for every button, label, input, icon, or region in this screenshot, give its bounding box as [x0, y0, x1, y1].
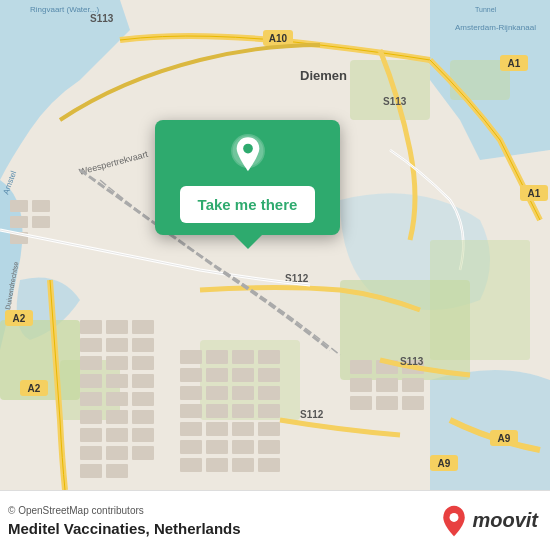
svg-rect-59	[206, 440, 228, 454]
svg-rect-35	[132, 446, 154, 460]
copyright-text: © OpenStreetMap contributors	[8, 505, 241, 516]
svg-rect-31	[106, 428, 128, 442]
svg-rect-40	[232, 350, 254, 364]
svg-rect-3	[350, 60, 430, 120]
svg-rect-32	[132, 428, 154, 442]
svg-rect-101	[430, 240, 530, 360]
svg-text:A1: A1	[508, 58, 521, 69]
location-pin-icon	[227, 134, 269, 176]
svg-rect-49	[258, 386, 280, 400]
svg-rect-73	[376, 396, 398, 410]
svg-rect-56	[232, 422, 254, 436]
svg-rect-20	[132, 356, 154, 370]
svg-rect-57	[258, 422, 280, 436]
svg-text:Diemen: Diemen	[300, 68, 347, 83]
svg-rect-36	[80, 464, 102, 478]
svg-text:Tunnel: Tunnel	[475, 6, 497, 13]
svg-rect-12	[80, 320, 102, 334]
svg-rect-26	[132, 392, 154, 406]
svg-rect-38	[180, 350, 202, 364]
svg-rect-14	[132, 320, 154, 334]
svg-rect-24	[80, 392, 102, 406]
svg-text:A9: A9	[498, 433, 511, 444]
svg-rect-22	[106, 374, 128, 388]
svg-text:Amsterdam-Rijnkanaal: Amsterdam-Rijnkanaal	[455, 23, 536, 32]
svg-point-105	[450, 512, 459, 521]
svg-rect-33	[80, 446, 102, 460]
moovit-logo: moovit	[440, 504, 538, 538]
svg-rect-53	[258, 404, 280, 418]
svg-rect-69	[350, 378, 372, 392]
svg-rect-19	[106, 356, 128, 370]
svg-text:Ringvaart (Water...): Ringvaart (Water...)	[30, 5, 99, 14]
svg-point-104	[243, 144, 253, 154]
svg-rect-62	[180, 458, 202, 472]
svg-rect-55	[206, 422, 228, 436]
svg-text:S113: S113	[90, 13, 114, 24]
svg-rect-17	[132, 338, 154, 352]
svg-rect-8	[32, 200, 50, 212]
svg-rect-66	[350, 360, 372, 374]
location-title: Meditel Vaccinaties, Netherlands	[8, 520, 241, 537]
moovit-brand-text: moovit	[472, 509, 538, 532]
svg-rect-42	[180, 368, 202, 382]
svg-rect-63	[206, 458, 228, 472]
svg-rect-41	[258, 350, 280, 364]
svg-rect-46	[180, 386, 202, 400]
svg-rect-25	[106, 392, 128, 406]
location-popup: Take me there	[155, 120, 340, 235]
svg-rect-23	[132, 374, 154, 388]
svg-text:A9: A9	[438, 458, 451, 469]
svg-rect-30	[80, 428, 102, 442]
svg-text:S113: S113	[383, 96, 407, 107]
svg-text:S112: S112	[300, 409, 324, 420]
svg-rect-18	[80, 356, 102, 370]
svg-rect-61	[258, 440, 280, 454]
footer-info: © OpenStreetMap contributors Meditel Vac…	[8, 505, 241, 537]
svg-rect-74	[402, 396, 424, 410]
svg-rect-16	[106, 338, 128, 352]
svg-rect-52	[232, 404, 254, 418]
svg-rect-72	[350, 396, 372, 410]
svg-rect-29	[132, 410, 154, 424]
svg-rect-15	[80, 338, 102, 352]
svg-rect-10	[32, 216, 50, 228]
svg-rect-64	[232, 458, 254, 472]
svg-rect-37	[106, 464, 128, 478]
svg-rect-71	[402, 378, 424, 392]
svg-rect-45	[258, 368, 280, 382]
svg-rect-58	[180, 440, 202, 454]
svg-rect-48	[232, 386, 254, 400]
svg-rect-65	[258, 458, 280, 472]
svg-text:A2: A2	[28, 383, 41, 394]
svg-text:A10: A10	[269, 33, 288, 44]
svg-text:A1: A1	[528, 188, 541, 199]
svg-rect-13	[106, 320, 128, 334]
svg-rect-21	[80, 374, 102, 388]
svg-text:S113: S113	[400, 356, 424, 367]
svg-text:A2: A2	[13, 313, 26, 324]
take-me-there-button[interactable]: Take me there	[180, 186, 316, 223]
moovit-pin-icon	[440, 504, 468, 538]
svg-rect-44	[232, 368, 254, 382]
svg-rect-39	[206, 350, 228, 364]
map-container: S112 S113 S113 S112 S113 Weespertrekvaar…	[0, 0, 550, 490]
svg-rect-9	[10, 216, 28, 228]
svg-rect-50	[180, 404, 202, 418]
footer: © OpenStreetMap contributors Meditel Vac…	[0, 490, 550, 550]
svg-rect-34	[106, 446, 128, 460]
svg-rect-54	[180, 422, 202, 436]
svg-rect-70	[376, 378, 398, 392]
svg-rect-51	[206, 404, 228, 418]
svg-rect-43	[206, 368, 228, 382]
svg-rect-28	[106, 410, 128, 424]
svg-rect-7	[10, 200, 28, 212]
svg-rect-60	[232, 440, 254, 454]
svg-rect-47	[206, 386, 228, 400]
svg-rect-27	[80, 410, 102, 424]
